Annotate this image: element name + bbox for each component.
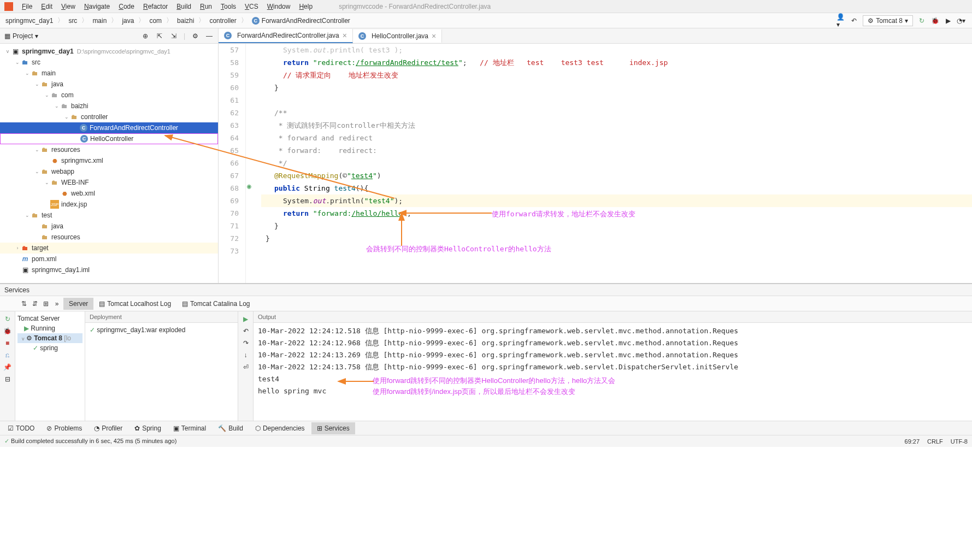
filter-icon[interactable]: ⇅ [20, 299, 28, 308]
project-tree[interactable]: v▣springmvc_day1D:\springmvccode\springm… [0, 44, 218, 283]
chevron-down-icon[interactable]: ▾ [35, 32, 38, 40]
code-area[interactable]: System.out.println( test3 );return "redi… [257, 44, 972, 283]
bottom-tab-todo[interactable]: ☑ TODO [2, 422, 40, 434]
menu-code[interactable]: Code [114, 2, 139, 11]
bottom-tab-problems[interactable]: ⊘ Problems [41, 422, 87, 434]
rerun-icon[interactable]: ↻ [3, 315, 12, 323]
tree-item-test[interactable]: ⌄🖿test [0, 210, 218, 221]
more-icon[interactable]: » [52, 299, 61, 308]
tree-item-src[interactable]: ⌄🖿src [0, 57, 218, 68]
tree-item-resources[interactable]: 🖿resources [0, 232, 218, 243]
run-icon[interactable]: ↻ [917, 16, 926, 25]
editor-tab[interactable]: CHelloController.java× [353, 30, 442, 43]
bottom-tab-services[interactable]: ⊞ Services [311, 422, 355, 434]
menu-run[interactable]: Run [196, 2, 216, 11]
tree-item-web-xml[interactable]: ⬣web.xml [0, 188, 218, 199]
bottom-tab-terminal[interactable]: ▣ Terminal [168, 422, 211, 434]
stop-icon[interactable]: ■ [3, 339, 12, 347]
play-icon[interactable]: ▶ [241, 315, 250, 323]
profiler-icon[interactable]: ◔▾ [957, 16, 965, 25]
gutter-mark-icon[interactable]: ◉ [247, 182, 251, 190]
wrap-icon[interactable]: ⏎ [241, 363, 250, 372]
editor-content[interactable]: 5758596061626364656667686970717273 ◉ Sys… [219, 44, 972, 283]
tree-item-index-jsp[interactable]: JSPindex.jsp [0, 199, 218, 210]
services-tab[interactable]: ▤ Tomcat Localhost Log [93, 298, 176, 310]
breadcrumb-item[interactable]: com [146, 16, 165, 26]
user-icon[interactable]: 👤▾ [836, 16, 845, 25]
hide-icon[interactable]: — [205, 32, 214, 40]
menu-help[interactable]: Help [294, 2, 317, 11]
tree-item-springmvc-xml[interactable]: ⬣springmvc.xml [0, 155, 218, 166]
editor-tab[interactable]: CForwardAndRedirectController.java× [219, 29, 353, 43]
bottom-tab-dependencies[interactable]: ⬡ Dependencies [250, 422, 310, 434]
services-tree[interactable]: Tomcat Server ▶ Running v ⚙ Tomcat 8 [lo… [15, 311, 85, 421]
breadcrumb-item[interactable]: java [119, 16, 137, 26]
tree-item-pom-xml[interactable]: mpom.xml [0, 254, 218, 264]
menu-vcs[interactable]: VCS [240, 2, 263, 11]
tree-item-springmvc-day1-iml[interactable]: ▣springmvc_day1.iml [0, 264, 218, 275]
coverage-icon[interactable]: ▶ [944, 16, 952, 25]
spring-label[interactable]: spring [40, 344, 58, 352]
tree-item-java[interactable]: 🖿java [0, 221, 218, 232]
tree-item-forwardandredirectcontroller[interactable]: CForwardAndRedirectController [0, 122, 218, 133]
menu-build[interactable]: Build [172, 2, 196, 11]
filter2-icon[interactable]: ⇵ [31, 299, 39, 308]
encoding[interactable]: UTF-8 [951, 438, 968, 445]
group-icon[interactable]: ⊞ [42, 299, 50, 308]
services-tab[interactable]: ▤ Tomcat Catalina Log [176, 298, 255, 310]
run-config-selector[interactable]: ⚙ Tomcat 8 ▾ [863, 15, 913, 26]
breadcrumb-item[interactable]: controller [206, 16, 239, 26]
tree-item-com[interactable]: ⌄🖿com [0, 90, 218, 101]
menubar: FileEditViewNavigateCodeRefactorBuildRun… [0, 0, 972, 13]
tree-item-resources[interactable]: ⌄🖿resources [0, 144, 218, 155]
pin-icon[interactable]: 📌 [3, 363, 12, 372]
layout-icon[interactable]: ⊟ [3, 375, 12, 384]
breadcrumb-item[interactable]: main [89, 16, 110, 26]
tree-root[interactable]: v▣springmvc_day1D:\springmvccode\springm… [0, 46, 218, 57]
target-icon[interactable]: ⊕ [141, 32, 150, 40]
tree-item-main[interactable]: ⌄🖿main [0, 68, 218, 79]
debug-icon[interactable]: 🐞 [3, 327, 12, 335]
breadcrumb-item[interactable]: springmvc_day1 [2, 16, 56, 26]
tree-item-hellocontroller[interactable]: CHelloController [0, 133, 218, 144]
expand-icon[interactable]: ⇱ [155, 32, 164, 40]
tree-item-target[interactable]: ›🖿target [0, 243, 218, 254]
tomcat-node[interactable]: Tomcat 8 [34, 334, 62, 342]
tree-item-webapp[interactable]: ⌄🖿webapp [0, 166, 218, 177]
collapse-icon[interactable]: ⇲ [169, 32, 178, 40]
output-content[interactable]: 10-Mar-2022 12:24:12.518 信息 [http-nio-99… [254, 323, 972, 399]
bottom-tab-spring[interactable]: ✿ Spring [129, 422, 167, 434]
gear-icon[interactable]: ⚙ [191, 32, 199, 40]
menu-navigate[interactable]: Navigate [80, 2, 114, 11]
close-icon[interactable]: × [343, 31, 347, 40]
undo-icon[interactable]: ↶ [241, 327, 250, 335]
tree-item-web-inf[interactable]: ⌄🖿WEB-INF [0, 177, 218, 188]
bottom-tab-profiler[interactable]: ◔ Profiler [89, 422, 128, 434]
services-tab[interactable]: Server [63, 298, 93, 310]
settings-icon[interactable]: ⎌ [3, 351, 12, 359]
menu-edit[interactable]: Edit [37, 2, 57, 11]
breadcrumb-bar: springmvc_day1〉src〉main〉java〉com〉baizhi〉… [0, 13, 972, 28]
bottom-tab-build[interactable]: 🔨 Build [213, 422, 249, 434]
deployment-item[interactable]: springmvc_day1:war exploded [97, 326, 185, 334]
tree-item-controller[interactable]: ⌄🖿controller [0, 111, 218, 122]
tree-item-java[interactable]: ⌄🖿java [0, 79, 218, 90]
close-icon[interactable]: × [432, 32, 436, 40]
menu-tools[interactable]: Tools [216, 2, 240, 11]
menu-view[interactable]: View [57, 2, 80, 11]
debug-icon[interactable]: 🐞 [930, 16, 939, 25]
cursor-position[interactable]: 69:27 [905, 438, 920, 445]
tree-item-baizhi[interactable]: ⌄🖿baizhi [0, 101, 218, 111]
back-arrow-icon[interactable]: ↶ [850, 16, 858, 25]
breadcrumb-item[interactable]: src [65, 16, 80, 26]
redo-icon[interactable]: ↷ [241, 339, 250, 347]
menu-window[interactable]: Window [263, 2, 295, 11]
breadcrumb-item[interactable]: baizhi [174, 16, 197, 26]
line-separator[interactable]: CRLF [927, 438, 943, 445]
project-title: Project [13, 32, 33, 40]
menu-refactor[interactable]: Refactor [139, 2, 172, 11]
folder-icon: 🖿 [21, 58, 30, 67]
menu-file[interactable]: File [17, 2, 37, 11]
scroll-icon[interactable]: ↓ [241, 351, 250, 359]
breadcrumb-item[interactable]: CForwardAndRedirectController [249, 16, 354, 26]
